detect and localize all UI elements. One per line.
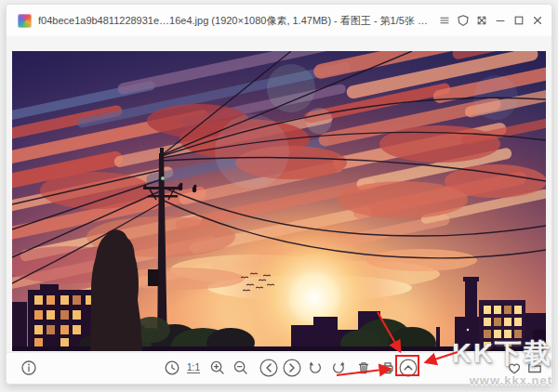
- skin-button[interactable]: [457, 14, 470, 27]
- minimize-icon: [494, 14, 507, 27]
- image-viewer-window: f04bece1a9b4811228931e…16e4.jpg (1920×10…: [6, 4, 552, 385]
- next-icon: [283, 359, 301, 377]
- close-icon: [531, 14, 544, 27]
- favorite-icon: [506, 359, 523, 376]
- expand-up-icon: [399, 359, 418, 377]
- menu-icon: [438, 14, 451, 27]
- zoom-out-button[interactable]: [229, 356, 253, 380]
- zoom-in-button[interactable]: [206, 356, 230, 380]
- rotate-left-icon: [307, 359, 324, 376]
- info-icon: [20, 359, 37, 376]
- close-button[interactable]: [531, 14, 544, 27]
- fullscreen-button[interactable]: [475, 14, 488, 27]
- print-icon: [379, 359, 396, 376]
- file-manager-button[interactable]: [523, 356, 547, 380]
- actual-size-label: 1:1: [187, 362, 200, 373]
- minimize-button[interactable]: [494, 14, 507, 27]
- menu-button[interactable]: [438, 14, 451, 27]
- previous-image-button[interactable]: [257, 356, 281, 380]
- app-icon: [18, 14, 32, 28]
- shield-icon: [457, 14, 470, 27]
- delete-icon: [355, 359, 372, 376]
- rotate-right-button[interactable]: [326, 356, 351, 380]
- lens-flare: [267, 64, 315, 112]
- window-controls: [438, 14, 544, 27]
- zoom-in-icon: [209, 359, 226, 376]
- maximize-icon: [512, 14, 525, 27]
- actual-size-button[interactable]: 1:1: [181, 356, 206, 380]
- fullscreen-icon: [475, 14, 488, 27]
- window-title: f04bece1a9b4811228931e…16e4.jpg (1920×10…: [38, 14, 431, 28]
- zoom-out-icon: [232, 359, 249, 376]
- folder-icon: [526, 359, 543, 376]
- rotate-left-button[interactable]: [303, 356, 327, 380]
- delete-button[interactable]: [352, 356, 376, 380]
- toolbar: 1:1: [7, 352, 551, 384]
- next-image-button[interactable]: [280, 356, 304, 380]
- previous-icon: [259, 359, 278, 377]
- pole-light: [161, 176, 165, 180]
- image-viewport[interactable]: [7, 36, 551, 353]
- maximize-button[interactable]: [512, 14, 525, 27]
- info-button[interactable]: [17, 356, 41, 380]
- photo: [12, 51, 546, 351]
- titlebar[interactable]: f04bece1a9b4811228931e…16e4.jpg (1920×10…: [7, 5, 551, 37]
- expand-up-button[interactable]: [396, 356, 420, 380]
- clock-icon: [164, 359, 180, 376]
- rotate-right-icon: [330, 359, 347, 376]
